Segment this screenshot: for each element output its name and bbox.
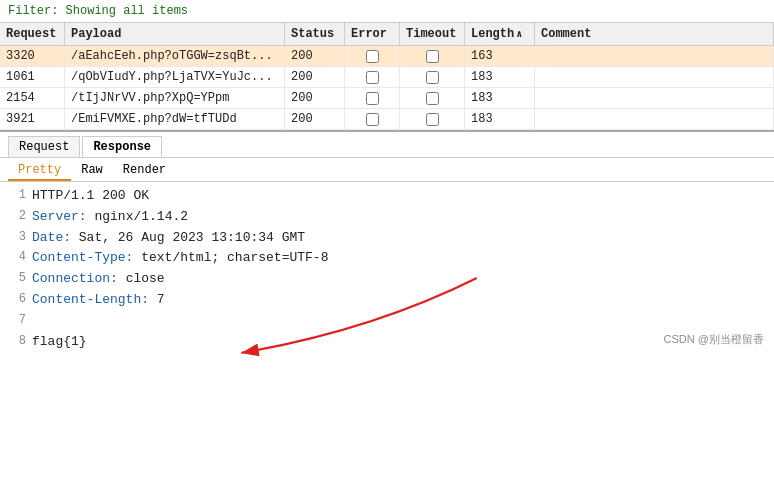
cell-length: 183 <box>465 67 535 87</box>
col-length[interactable]: Length ∧ <box>465 23 535 45</box>
cell-timeout[interactable] <box>400 88 465 108</box>
cell-payload: /aEahcEeh.php?oTGGW=zsqBt... <box>65 46 285 66</box>
response-body: 1 HTTP/1.1 200 OK 2 Server: nginx/1.14.2… <box>0 182 774 356</box>
cell-payload: /EmiFVMXE.php?dW=tfTUDd <box>65 109 285 129</box>
cell-request: 3921 <box>0 109 65 129</box>
table-row[interactable]: 3921 /EmiFVMXE.php?dW=tfTUDd 200 183 <box>0 109 774 130</box>
response-line-3: 3 Date: Sat, 26 Aug 2023 13:10:34 GMT <box>8 228 766 249</box>
table-header-row: Request Payload Status Error Timeout Len… <box>0 23 774 46</box>
sub-tabs: Pretty Raw Render <box>0 158 774 182</box>
response-line-2: 2 Server: nginx/1.14.2 <box>8 207 766 228</box>
response-line-7: 7 <box>8 311 766 332</box>
cell-payload: /tIjJNrVV.php?XpQ=YPpm <box>65 88 285 108</box>
cell-status: 200 <box>285 46 345 66</box>
cell-status: 200 <box>285 109 345 129</box>
col-timeout[interactable]: Timeout <box>400 23 465 45</box>
cell-timeout[interactable] <box>400 67 465 87</box>
sub-tab-render[interactable]: Render <box>113 161 176 181</box>
cell-status: 200 <box>285 88 345 108</box>
response-line-4: 4 Content-Type: text/html; charset=UTF-8 <box>8 248 766 269</box>
sub-tab-raw[interactable]: Raw <box>71 161 113 181</box>
cell-payload: /qObVIudY.php?LjaTVX=YuJc... <box>65 67 285 87</box>
requests-table: Request Payload Status Error Timeout Len… <box>0 23 774 132</box>
panel-tabs: Request Response <box>0 132 774 158</box>
cell-comment <box>535 109 774 129</box>
cell-error[interactable] <box>345 88 400 108</box>
watermark: CSDN @别当橙留香 <box>664 331 764 349</box>
cell-request: 2154 <box>0 88 65 108</box>
sub-tab-pretty[interactable]: Pretty <box>8 161 71 181</box>
col-request[interactable]: Request <box>0 23 65 45</box>
table-row[interactable]: 1061 /qObVIudY.php?LjaTVX=YuJc... 200 18… <box>0 67 774 88</box>
col-comment[interactable]: Comment <box>535 23 774 45</box>
response-line-8: 8 flag{1} <box>8 332 766 353</box>
cell-request: 1061 <box>0 67 65 87</box>
tab-request[interactable]: Request <box>8 136 80 157</box>
response-line-6: 6 Content-Length: 7 <box>8 290 766 311</box>
cell-timeout[interactable] <box>400 109 465 129</box>
cell-status: 200 <box>285 67 345 87</box>
cell-length: 183 <box>465 88 535 108</box>
cell-length: 183 <box>465 109 535 129</box>
table-body: 3320 /aEahcEeh.php?oTGGW=zsqBt... 200 16… <box>0 46 774 130</box>
cell-comment <box>535 67 774 87</box>
table-row[interactable]: 2154 /tIjJNrVV.php?XpQ=YPpm 200 183 <box>0 88 774 109</box>
cell-error[interactable] <box>345 67 400 87</box>
cell-request: 3320 <box>0 46 65 66</box>
cell-timeout[interactable] <box>400 46 465 66</box>
sort-icon: ∧ <box>516 28 522 40</box>
table-row[interactable]: 3320 /aEahcEeh.php?oTGGW=zsqBt... 200 16… <box>0 46 774 67</box>
tab-response[interactable]: Response <box>82 136 162 157</box>
cell-comment <box>535 88 774 108</box>
cell-error[interactable] <box>345 109 400 129</box>
col-payload[interactable]: Payload <box>65 23 285 45</box>
col-error[interactable]: Error <box>345 23 400 45</box>
cell-comment <box>535 46 774 66</box>
response-line-1: 1 HTTP/1.1 200 OK <box>8 186 766 207</box>
cell-error[interactable] <box>345 46 400 66</box>
response-line-5: 5 Connection: close <box>8 269 766 290</box>
cell-length: 163 <box>465 46 535 66</box>
filter-label: Filter: Showing all items <box>8 4 188 18</box>
filter-bar: Filter: Showing all items <box>0 0 774 23</box>
col-status[interactable]: Status <box>285 23 345 45</box>
